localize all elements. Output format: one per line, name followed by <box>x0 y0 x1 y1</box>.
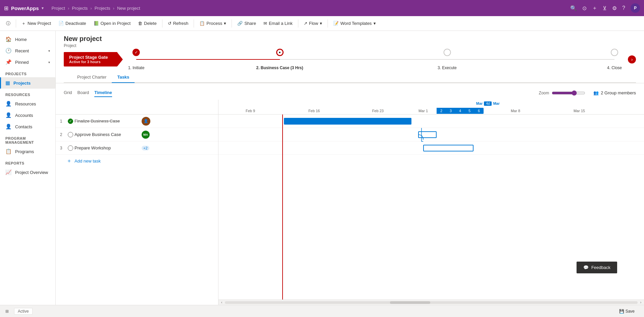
sidebar-item-home[interactable]: 🏠 Home <box>0 34 55 45</box>
view-tab-timeline[interactable]: Timeline <box>94 89 112 97</box>
circle-check-icon[interactable]: ⊙ <box>582 5 587 11</box>
group-members[interactable]: 👥 2 Group members <box>593 90 636 95</box>
pinned-icon: 📌 <box>5 59 12 65</box>
user-avatar[interactable]: P <box>631 3 640 13</box>
nav-project[interactable]: Project <box>52 6 65 11</box>
breadcrumb: Project › Projects › Projects › New proj… <box>52 6 140 11</box>
feedback-button[interactable]: 💬 Feedback <box>577 262 617 273</box>
4d-badge: 4d <box>484 101 492 106</box>
task-check-1[interactable]: ✓ <box>66 119 75 124</box>
date-5: 5 <box>465 108 474 114</box>
open-icon: 📗 <box>94 21 99 26</box>
help-icon[interactable]: ? <box>622 5 625 11</box>
toolbar: ⓘ ＋ New Project 📄 Deactivate 📗 Open in P… <box>0 16 644 31</box>
sidebar-item-project-overview[interactable]: 📈 Project Overview <box>0 167 55 178</box>
add-task-row[interactable]: ＋ Add new task <box>56 155 218 167</box>
stage-3-label: 3. Execute <box>438 65 457 70</box>
date-mar1-group: Mar 1 2 3 4 5 6 <box>410 108 484 114</box>
waffle-icon[interactable]: ⊞ <box>4 5 8 11</box>
new-project-icon: ＋ <box>21 20 26 27</box>
stage-2-label: 2. Business Case (3 Hrs) <box>256 65 303 70</box>
deactivate-button[interactable]: 📄 Deactivate <box>55 19 89 27</box>
stage-arrow[interactable] <box>117 53 123 66</box>
stage-pipeline: Project Stage Gate Active for 3 hours ✓ … <box>64 48 636 69</box>
gantt-bar-1[interactable] <box>284 118 411 125</box>
stage-node-circle-2: ● <box>276 49 284 56</box>
view-tab-board[interactable]: Board <box>78 89 89 97</box>
pipeline-next-arrow[interactable]: › <box>628 55 636 63</box>
today-line <box>282 115 283 300</box>
search-icon[interactable]: 🔍 <box>570 5 577 11</box>
email-link-button[interactable]: ✉ Email a Link <box>260 19 296 27</box>
task-name-2[interactable]: Approve Business Case <box>75 132 142 137</box>
save-button[interactable]: 💾 Save <box>615 308 639 315</box>
sidebar-item-projects[interactable]: ▦ Projects <box>0 77 55 89</box>
scroll-bar-track[interactable] <box>225 301 637 304</box>
sidebar-label-home: Home <box>15 37 27 42</box>
word-templates-button[interactable]: 📝 Word Templates ▾ <box>330 19 379 27</box>
share-button[interactable]: 🔗 Share <box>234 19 259 27</box>
nav-sep-3: › <box>113 6 114 11</box>
zoom-slider[interactable] <box>552 90 585 96</box>
save-label: Save <box>626 309 635 314</box>
avatar-ma: MA <box>142 131 150 139</box>
sidebar-label-project-overview: Project Overview <box>15 170 48 175</box>
settings-icon[interactable]: ⚙ <box>612 5 617 11</box>
toolbar-sep-3 <box>194 19 194 28</box>
sidebar-item-resources[interactable]: 👤 Resources <box>0 98 55 109</box>
nav-projects-2[interactable]: Projects <box>95 6 110 11</box>
app-dropdown-icon[interactable]: ▾ <box>42 6 44 10</box>
scroll-right-arrow[interactable]: › <box>639 301 643 304</box>
page-header: New project Project Project Stage Gate A… <box>56 31 644 83</box>
stage-gate[interactable]: Project Stage Gate Active for 3 hours <box>64 52 117 66</box>
stage-gate-title: Project Stage Gate <box>69 55 112 60</box>
task-name-3[interactable]: Prepare Workshop <box>75 145 142 150</box>
sidebar-item-pinned[interactable]: 📌 Pinned ▾ <box>0 56 55 68</box>
flow-dropdown-icon: ▾ <box>320 21 322 26</box>
view-tab-grid[interactable]: Grid <box>64 89 72 97</box>
tab-tasks[interactable]: Tasks <box>112 72 135 83</box>
task-header-spacer <box>56 100 218 115</box>
page-title: New project <box>64 35 636 43</box>
date-feb16: Feb 16 <box>282 109 346 113</box>
toolbar-sep-5 <box>298 19 298 28</box>
app-name: PowerApps <box>11 5 39 11</box>
task-check-circle-3 <box>68 145 73 151</box>
stage-node-4[interactable]: 4. Close <box>607 49 622 70</box>
recent-icon: 🕐 <box>5 48 12 54</box>
pipeline-track: ✓ 1. Initiate ● 2. Business Case (3 Hrs)… <box>136 59 614 60</box>
stage-node-3[interactable]: 3. Execute <box>438 49 457 70</box>
open-in-project-button[interactable]: 📗 Open in Project <box>90 19 134 27</box>
stage-node-2[interactable]: ● 2. Business Case (3 Hrs) <box>256 49 303 70</box>
gantt-connector-2 <box>416 128 427 146</box>
task-check-3[interactable] <box>66 145 75 151</box>
scroll-left-arrow[interactable]: ‹ <box>220 301 224 304</box>
add-icon[interactable]: ＋ <box>592 5 597 12</box>
flow-button[interactable]: ↗ Flow ▾ <box>300 19 326 27</box>
filter-icon[interactable]: ⊻ <box>603 5 607 11</box>
info-button[interactable]: ⓘ <box>3 19 14 28</box>
stage-node-1[interactable]: ✓ 1. Initiate <box>128 49 145 70</box>
sidebar-section-projects: Projects <box>0 68 55 77</box>
sidebar-item-contacts[interactable]: 👤 Contacts <box>0 121 55 132</box>
app-logo: PowerApps ▾ <box>11 5 44 11</box>
sidebar-item-programs[interactable]: 📋 Programs <box>0 146 55 157</box>
sidebar-item-accounts[interactable]: 👤 Accounts <box>0 109 55 121</box>
gantt-bar-3[interactable] <box>423 145 474 151</box>
task-num-2: 2 <box>56 132 66 137</box>
refresh-button[interactable]: ↺ Refresh <box>164 19 192 27</box>
zoom-control: Zoom <box>539 90 586 96</box>
toolbar-sep-2 <box>162 19 162 28</box>
process-button[interactable]: 📋 Process ▾ <box>196 19 230 27</box>
task-check-2[interactable] <box>66 132 75 137</box>
new-project-button[interactable]: ＋ New Project <box>18 19 54 28</box>
date-mar8: Mar 8 <box>484 109 547 113</box>
delete-button[interactable]: 🗑 Delete <box>135 19 160 27</box>
email-icon: ✉ <box>263 21 267 26</box>
tab-project-charter[interactable]: Project Charter <box>72 72 112 83</box>
scroll-bar-thumb[interactable] <box>390 301 430 304</box>
sidebar-item-recent[interactable]: 🕐 Recent ▾ <box>0 45 55 56</box>
nav-projects-1[interactable]: Projects <box>72 6 88 11</box>
top-bar-actions: 🔍 ⊙ ＋ ⊻ ⚙ ? P <box>570 3 640 13</box>
task-name-1[interactable]: Finalize Business Case <box>75 119 142 124</box>
